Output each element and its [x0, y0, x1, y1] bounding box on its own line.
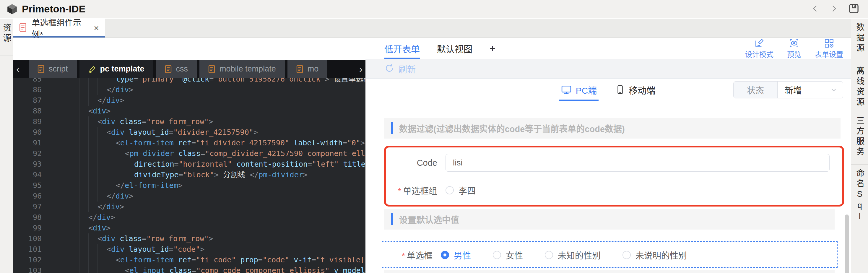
rail-item-offline-resources[interactable]: 离线资源: [851, 62, 868, 112]
editor-tab-label: mobile template: [219, 64, 276, 73]
status-value: 新增: [785, 84, 802, 96]
editor-tab-script[interactable]: script: [29, 60, 77, 78]
highlight-red-box: Code lisi *单选框组 李四: [384, 146, 844, 207]
radio-option-lisi[interactable]: 李四: [445, 184, 476, 196]
editor-tab-mobile-template[interactable]: mobile template: [199, 60, 285, 78]
radio-circle[interactable]: [622, 251, 631, 259]
radio-group-default-label: *单选框: [394, 249, 441, 261]
active-device-underline: [559, 99, 599, 101]
pencil-icon: [88, 65, 96, 73]
section-next-clipped: [384, 270, 835, 273]
file-tab-radio-example[interactable]: 单选框组件示例* ×: [13, 19, 105, 37]
radio-circle[interactable]: [545, 251, 553, 259]
editor-tab-bar: ‹ script pc template css mobile template: [13, 60, 366, 78]
code-line: 99<div>: [13, 223, 366, 234]
status-label: 状态: [734, 82, 778, 98]
code-line: 87</div>: [13, 95, 366, 106]
code-line: 86</div>: [13, 85, 366, 95]
save-icon[interactable]: [848, 3, 859, 15]
code-line: 92<pm-divider class="comp_divider_421575…: [13, 148, 366, 159]
section-accent-bar: [391, 213, 393, 225]
section-title: 数据过滤(过滤出数据实体的code等于当前表单的code数据): [399, 122, 625, 134]
file-tab-bar: 单选框组件示例* ×: [13, 19, 851, 38]
chevron-down-icon: [830, 86, 838, 94]
active-view-underline: [384, 58, 420, 59]
design-mode-button[interactable]: 设计模式: [745, 38, 773, 59]
preview-button[interactable]: 预览: [787, 38, 801, 59]
monitor-icon: [561, 85, 572, 95]
phone-icon: [616, 85, 625, 95]
rail-item-label: 命名Sql: [854, 169, 866, 246]
radio-circle-checked[interactable]: [441, 251, 449, 259]
rail-item-resources[interactable]: 资源: [0, 19, 13, 56]
rail-item-third-party-services[interactable]: 三方服务: [851, 112, 868, 164]
content-area: ‹ script pc template css mobile template: [13, 38, 851, 273]
action-label: 预览: [787, 49, 801, 59]
code-line: 89<div class="row form_row">: [13, 116, 366, 127]
preview-eye-icon: [789, 38, 799, 48]
nav-back-icon[interactable]: [811, 4, 819, 14]
plus-icon: +: [490, 42, 495, 54]
code-lines: 85type="primary" @click="button_51958276…: [13, 78, 366, 273]
app-window: Primeton-IDE 资源 数据源: [0, 0, 868, 273]
code-line: 90<div layout_id="divider_42157590">: [13, 127, 366, 138]
radio-option-unstated[interactable]: 未说明的性别: [622, 249, 687, 261]
radio-option-label: 李四: [459, 184, 476, 196]
form-settings-button[interactable]: 表单设置: [815, 38, 843, 59]
code-line: 91<el-form-item ref="fi_divider_42157590…: [13, 138, 366, 148]
rail-item-label: 资源: [1, 23, 12, 56]
code-line: 93direction="horizontal" content-positio…: [13, 159, 366, 170]
editor-tab-clipped[interactable]: mo: [287, 60, 328, 78]
vertical-scrollbar-thumb[interactable]: [845, 214, 849, 273]
radio-group-filter-label: *单选框组: [393, 184, 445, 196]
radio-option-label: 未知的性别: [558, 249, 601, 261]
close-icon[interactable]: ×: [94, 23, 99, 33]
device-tab-bar: PC端 移动端 状态 新增: [366, 79, 851, 101]
refresh-icon[interactable]: [384, 63, 395, 74]
add-view-button[interactable]: +: [490, 38, 495, 59]
editor-tab-css[interactable]: css: [156, 60, 197, 78]
app-title: Primeton-IDE: [22, 3, 85, 15]
section-default-value: 设置默认选中值: [384, 209, 835, 230]
editor-tabs-scroll-left-icon[interactable]: ‹: [16, 60, 20, 78]
editor-tabs-scroll-right-icon[interactable]: ›: [359, 60, 363, 78]
rail-item-datasource[interactable]: 数据源: [851, 19, 868, 62]
code-area[interactable]: 85type="primary" @click="button_51958276…: [13, 78, 366, 273]
form-canvas: 数据过滤(过滤出数据实体的code等于当前表单的code数据) Code lis…: [366, 102, 851, 273]
status-select[interactable]: 新增: [778, 82, 843, 98]
tab-pc[interactable]: PC端: [561, 79, 597, 101]
code-input[interactable]: lisi: [445, 154, 830, 172]
radio-option-female[interactable]: 女性: [493, 249, 523, 261]
view-tab-label: 默认视图: [437, 42, 472, 55]
nav-forward-icon[interactable]: [830, 4, 838, 14]
active-tab-underline: [13, 36, 105, 37]
radio-option-unknown[interactable]: 未知的性别: [545, 249, 601, 261]
editor-tab-label: mo: [308, 64, 319, 73]
radio-option-label: 男性: [454, 249, 471, 261]
editor-tab-label: script: [49, 64, 68, 73]
tab-default-view[interactable]: 默认视图: [437, 38, 472, 59]
rail-item-label: 数据源: [854, 23, 866, 62]
action-label: 表单设置: [815, 49, 843, 59]
refresh-button[interactable]: 刷新: [399, 63, 416, 75]
view-tab-bar: 低开表单 默认视图 +: [366, 38, 851, 59]
code-line: 85type="primary" @click="button_51958276…: [13, 78, 366, 85]
selected-component-outline[interactable]: *单选框 男性 女性 未知的性别: [382, 241, 838, 268]
code-field-label: Code: [393, 158, 445, 168]
form-settings-icon: [824, 38, 834, 48]
tab-lowcode-form[interactable]: 低开表单: [384, 38, 420, 59]
editor-tab-pc-template[interactable]: pc template: [80, 60, 153, 78]
radio-circle[interactable]: [493, 251, 501, 259]
file-icon: [19, 23, 27, 33]
rail-item-named-sql[interactable]: 命名Sql: [851, 164, 868, 246]
tab-mobile[interactable]: 移动端: [616, 79, 655, 101]
code-line: 101<div layout_id="code">: [13, 244, 366, 255]
radio-circle[interactable]: [445, 186, 454, 194]
rail-item-label: 离线资源: [854, 66, 866, 112]
code-line: 95</el-form-item>: [13, 180, 366, 191]
radio-option-label: 未说明的性别: [636, 249, 687, 261]
radio-option-male[interactable]: 男性: [441, 249, 471, 261]
editor-tab-label: css: [176, 64, 188, 73]
form-toolbar: 刷新: [366, 59, 851, 79]
titlebar: Primeton-IDE: [0, 0, 868, 18]
